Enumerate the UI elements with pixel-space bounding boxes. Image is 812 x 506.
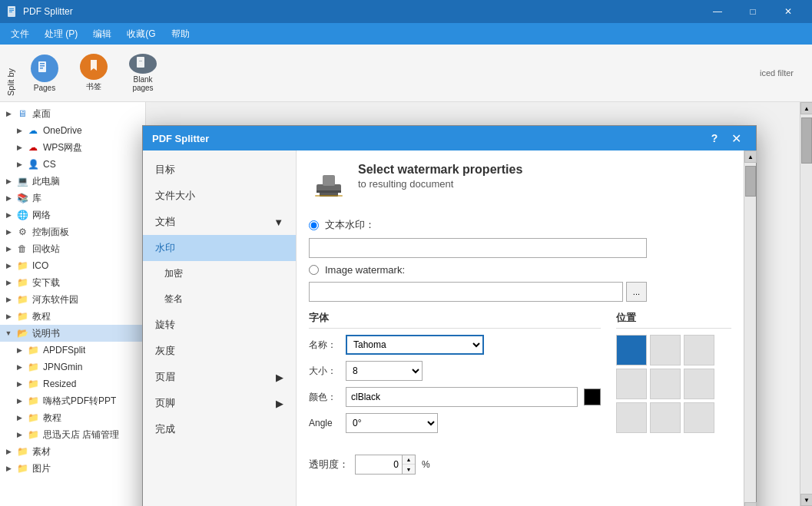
sidebar-item-cs[interactable]: ▶ 👤 CS (0, 156, 145, 173)
menu-process[interactable]: 处理 (P) (37, 25, 85, 44)
nav-item-header[interactable]: 页眉 ▶ (143, 364, 296, 390)
text-watermark-input[interactable] (309, 238, 647, 258)
image-watermark-label[interactable]: Image watermark: (325, 264, 405, 276)
image-watermark-radio[interactable] (309, 265, 319, 275)
svg-rect-13 (317, 190, 341, 193)
sidebar-item-sixun[interactable]: ▶ 📁 思迅天店 店铺管理 (0, 426, 145, 443)
transparency-unit: % (422, 459, 430, 470)
nav-item-filesize[interactable]: 文件大小 (143, 183, 296, 209)
position-cell-0[interactable] (616, 335, 647, 365)
menu-favorites[interactable]: 收藏(G (119, 25, 163, 44)
arrow-icon: ▼ (3, 328, 14, 339)
color-swatch[interactable] (584, 389, 601, 405)
dialog-help-button[interactable]: ? (704, 127, 725, 149)
spinner-up-button[interactable]: ▲ (403, 455, 415, 465)
folder-icon: 📁 (15, 293, 29, 306)
sidebar-item-resized[interactable]: ▶ 📁 Resized (0, 375, 145, 392)
sidebar-label: Resized (43, 379, 76, 389)
scrollbar-down-button[interactable]: ▼ (744, 502, 757, 506)
position-cell-2[interactable] (684, 335, 714, 365)
position-cell-5[interactable] (684, 369, 714, 399)
font-name-select[interactable]: Tahoma (346, 335, 484, 355)
sidebar-item-manual[interactable]: ▼ 📂 说明书 (0, 325, 145, 342)
position-cell-7[interactable] (650, 402, 681, 433)
arrow-icon: ▶ (14, 362, 25, 372)
title-bar-text: PDF Splitter (23, 6, 700, 17)
sidebar-item-jpngmin[interactable]: ▶ 📁 JPNGmin (0, 359, 145, 375)
scrollbar-thumb[interactable] (745, 166, 756, 197)
arrow-icon: ▶ (14, 412, 25, 423)
toolbar-pages-button[interactable]: Pages (22, 50, 68, 96)
sidebar-item-onedrive[interactable]: ▶ ☁ OneDrive (0, 122, 145, 139)
nav-item-target[interactable]: 目标 (143, 157, 296, 183)
folder-icon: 📁 (15, 461, 29, 475)
sidebar-item-apdfsplit[interactable]: ▶ 📁 APDFSplit (0, 342, 145, 359)
position-cell-6[interactable] (616, 402, 647, 433)
sidebar-label: APDFSplit (43, 345, 85, 356)
toolbar-blank-button[interactable]: Blank pages (120, 50, 166, 96)
dialog-close-button[interactable]: ✕ (725, 127, 747, 149)
menu-help[interactable]: 帮助 (164, 25, 197, 44)
position-cell-3[interactable] (616, 369, 647, 399)
folder-icon: 📁 (15, 276, 29, 289)
nav-item-rotate[interactable]: 旋转 (143, 312, 296, 338)
nav-item-finish[interactable]: 完成 (143, 416, 296, 442)
sidebar-item-network[interactable]: ▶ 🌐 网络 (0, 207, 145, 223)
maximize-button[interactable]: □ (735, 0, 771, 23)
dialog-header-title: Select watermark properties (358, 163, 522, 177)
font-color-label: 颜色： (309, 391, 340, 404)
folder-icon: 📁 (15, 445, 29, 458)
sidebar-item-tutorial2[interactable]: ▶ 📁 教程 (0, 409, 145, 426)
position-cell-4[interactable] (650, 369, 681, 399)
sidebar-item-recycle[interactable]: ▶ 🗑 回收站 (0, 240, 145, 257)
nav-item-encrypt[interactable]: 加密 (143, 261, 296, 286)
sidebar-item-ico[interactable]: ▶ 📁 ICO (0, 257, 145, 274)
sidebar-label: CS (43, 159, 56, 170)
transparency-input[interactable] (356, 455, 402, 474)
menu-file[interactable]: 文件 (3, 25, 37, 44)
text-watermark-radio[interactable] (309, 220, 319, 230)
nav-item-grayscale[interactable]: 灰度 (143, 338, 296, 364)
scrollbar-track (744, 163, 756, 502)
main-scroll-up[interactable]: ▲ (800, 102, 812, 114)
toolbar-bookmark-button[interactable]: 书签 (71, 50, 117, 96)
sidebar-item-wps[interactable]: ▶ ☁ WPS网盘 (0, 139, 145, 156)
sidebar-label: 回收站 (32, 243, 60, 256)
position-cell-1[interactable] (650, 335, 681, 365)
sidebar-item-tutorial[interactable]: ▶ 📁 教程 (0, 308, 145, 325)
font-name-row: 名称： Tahoma (309, 335, 601, 355)
minimize-button[interactable]: — (700, 0, 735, 23)
scrollbar-up-button[interactable]: ▲ (744, 150, 757, 163)
sidebar-item-library[interactable]: ▶ 📚 库 (0, 190, 145, 207)
sidebar-item-hgpdf[interactable]: ▶ 📁 嗨格式PDF转PPT (0, 392, 145, 409)
browse-button[interactable]: ... (626, 282, 647, 302)
sidebar-item-computer[interactable]: ▶ 💻 此电脑 (0, 173, 145, 190)
sidebar-item-download[interactable]: ▶ 📁 安下载 (0, 274, 145, 291)
sidebar-item-hedong[interactable]: ▶ 📁 河东软件园 (0, 291, 145, 308)
image-watermark-input[interactable] (309, 282, 623, 302)
main-scroll-thumb[interactable] (801, 117, 812, 164)
nav-item-watermark[interactable]: 水印 (143, 235, 296, 261)
sidebar-item-pictures[interactable]: ▶ 📁 图片 (0, 460, 145, 477)
menu-edit[interactable]: 编辑 (85, 25, 119, 44)
dialog-title-bar: PDF Splitter ? ✕ (143, 126, 756, 150)
nav-item-footer[interactable]: 页脚 ▶ (143, 390, 296, 416)
position-cell-8[interactable] (684, 402, 714, 433)
angle-select[interactable]: 0° (346, 413, 438, 433)
spinner-down-button[interactable]: ▼ (403, 465, 415, 474)
font-size-label: 大小： (309, 365, 340, 378)
main-scrollbar[interactable]: ▲ ▼ (800, 102, 812, 506)
main-scroll-down[interactable]: ▼ (800, 494, 812, 506)
text-watermark-label[interactable]: 文本水印： (325, 218, 375, 232)
position-grid (616, 335, 731, 433)
sidebar-item-desktop[interactable]: ▶ 🖥 桌面 (0, 105, 145, 122)
sidebar-item-cpanel[interactable]: ▶ ⚙ 控制面板 (0, 223, 145, 240)
font-size-select[interactable]: 8 (346, 361, 423, 381)
library-icon: 📚 (15, 191, 29, 205)
close-button[interactable]: ✕ (771, 0, 806, 23)
nav-item-doc[interactable]: 文档 ▼ (143, 209, 296, 235)
sidebar-label: 此电脑 (32, 175, 60, 188)
nav-item-signature[interactable]: 签名 (143, 286, 296, 312)
dialog-scrollbar[interactable]: ▲ ▼ (744, 150, 756, 506)
sidebar-item-materials[interactable]: ▶ 📁 素材 (0, 443, 145, 460)
